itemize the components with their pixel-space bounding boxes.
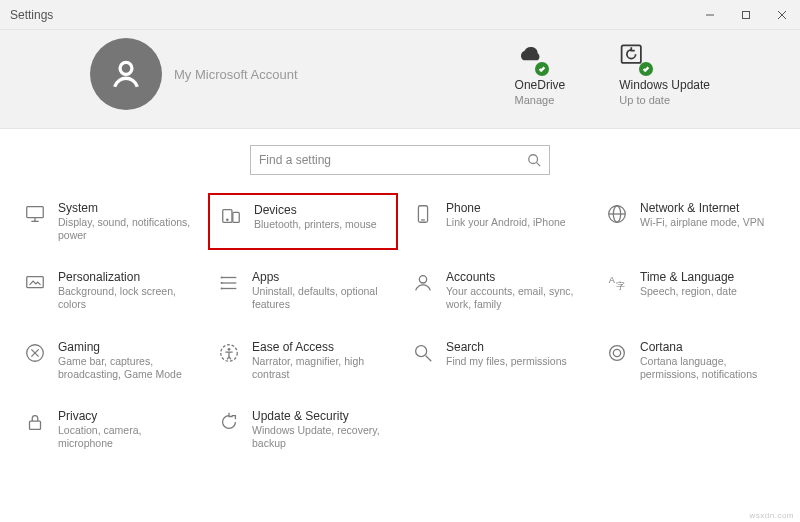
network-icon bbox=[604, 201, 630, 227]
tile-update-security[interactable]: Update & SecurityWindows Update, recover… bbox=[208, 401, 398, 458]
system-icon bbox=[22, 201, 48, 227]
tile-desc: Windows Update, recovery, backup bbox=[252, 424, 390, 450]
ease-icon bbox=[216, 340, 242, 366]
svg-point-26 bbox=[419, 276, 426, 283]
tile-title: Phone bbox=[446, 201, 566, 215]
window-title: Settings bbox=[10, 8, 692, 22]
tile-apps[interactable]: AppsUninstall, defaults, optional featur… bbox=[208, 262, 398, 319]
svg-point-31 bbox=[228, 347, 231, 350]
tile-desc: Link your Android, iPhone bbox=[446, 216, 566, 229]
tile-title: Privacy bbox=[58, 409, 196, 423]
tile-title: Ease of Access bbox=[252, 340, 390, 354]
svg-text:字: 字 bbox=[616, 282, 625, 292]
tile-cortana[interactable]: CortanaCortana language, permissions, no… bbox=[596, 332, 786, 389]
tile-title: Gaming bbox=[58, 340, 196, 354]
tile-desc: Cortana language, permissions, notificat… bbox=[640, 355, 778, 381]
tile-title: Personalization bbox=[58, 270, 196, 284]
accounts-icon bbox=[410, 270, 436, 296]
tile-desc: Uninstall, defaults, optional features bbox=[252, 285, 390, 311]
check-badge-icon bbox=[535, 62, 549, 76]
svg-point-32 bbox=[416, 345, 427, 356]
svg-line-33 bbox=[426, 355, 432, 361]
tile-accounts[interactable]: AccountsYour accounts, email, sync, work… bbox=[402, 262, 592, 319]
tile-title: Apps bbox=[252, 270, 390, 284]
tile-phone[interactable]: PhoneLink your Android, iPhone bbox=[402, 193, 592, 250]
account-name[interactable]: My Microsoft Account bbox=[174, 67, 298, 82]
svg-rect-36 bbox=[30, 421, 41, 429]
tile-title: Update & Security bbox=[252, 409, 390, 423]
maximize-button[interactable] bbox=[728, 0, 764, 30]
svg-point-6 bbox=[529, 155, 538, 164]
svg-point-13 bbox=[227, 219, 228, 220]
tile-desc: Narrator, magnifier, high contrast bbox=[252, 355, 390, 381]
svg-rect-8 bbox=[27, 207, 44, 218]
search-icon bbox=[527, 153, 541, 167]
tile-title: Search bbox=[446, 340, 567, 354]
svg-point-4 bbox=[120, 62, 132, 74]
search-row: Find a setting bbox=[0, 129, 800, 185]
status-onedrive[interactable]: OneDrive Manage bbox=[515, 42, 566, 106]
tile-title: Network & Internet bbox=[640, 201, 764, 215]
tile-title: Devices bbox=[254, 203, 377, 217]
svg-point-25 bbox=[221, 288, 222, 289]
tile-gaming[interactable]: GamingGame bar, captures, broadcasting, … bbox=[14, 332, 204, 389]
search-input[interactable]: Find a setting bbox=[250, 145, 550, 175]
update-icon bbox=[619, 42, 647, 72]
tile-desc: Wi-Fi, airplane mode, VPN bbox=[640, 216, 764, 229]
check-badge-icon bbox=[639, 62, 653, 76]
status-windows-update[interactable]: Windows Update Up to date bbox=[619, 42, 710, 106]
status-title: Windows Update bbox=[619, 78, 710, 92]
svg-rect-1 bbox=[743, 11, 750, 18]
status-title: OneDrive bbox=[515, 78, 566, 92]
svg-point-23 bbox=[221, 277, 222, 278]
update-security-icon bbox=[216, 409, 242, 435]
tile-desc: Bluetooth, printers, mouse bbox=[254, 218, 377, 231]
tile-desc: Location, camera, microphone bbox=[58, 424, 196, 450]
svg-line-7 bbox=[537, 163, 541, 167]
watermark: wsxdn.com bbox=[749, 511, 794, 520]
tile-privacy[interactable]: PrivacyLocation, camera, microphone bbox=[14, 401, 204, 458]
svg-point-35 bbox=[613, 349, 620, 356]
phone-icon bbox=[410, 201, 436, 227]
tile-title: System bbox=[58, 201, 196, 215]
tile-personalization[interactable]: PersonalizationBackground, lock screen, … bbox=[14, 262, 204, 319]
search-placeholder: Find a setting bbox=[259, 153, 527, 167]
tile-system[interactable]: SystemDisplay, sound, notifications, pow… bbox=[14, 193, 204, 250]
search-tile-icon bbox=[410, 340, 436, 366]
devices-icon bbox=[218, 203, 244, 229]
tile-devices[interactable]: DevicesBluetooth, printers, mouse bbox=[208, 193, 398, 250]
settings-grid: SystemDisplay, sound, notifications, pow… bbox=[0, 185, 800, 470]
title-bar: Settings bbox=[0, 0, 800, 30]
tile-desc: Speech, region, date bbox=[640, 285, 737, 298]
svg-point-24 bbox=[221, 283, 222, 284]
cortana-icon bbox=[604, 340, 630, 366]
tile-ease-of-access[interactable]: Ease of AccessNarrator, magnifier, high … bbox=[208, 332, 398, 389]
gaming-icon bbox=[22, 340, 48, 366]
minimize-button[interactable] bbox=[692, 0, 728, 30]
status-sub: Manage bbox=[515, 94, 555, 106]
tile-desc: Game bar, captures, broadcasting, Game M… bbox=[58, 355, 196, 381]
svg-point-34 bbox=[610, 345, 625, 360]
tile-title: Time & Language bbox=[640, 270, 737, 284]
tile-title: Cortana bbox=[640, 340, 778, 354]
tile-title: Accounts bbox=[446, 270, 584, 284]
privacy-icon bbox=[22, 409, 48, 435]
tile-desc: Display, sound, notifications, power bbox=[58, 216, 196, 242]
svg-rect-12 bbox=[233, 212, 239, 222]
status-sub: Up to date bbox=[619, 94, 670, 106]
tile-desc: Your accounts, email, sync, work, family bbox=[446, 285, 584, 311]
tile-search[interactable]: SearchFind my files, permissions bbox=[402, 332, 592, 389]
user-icon bbox=[109, 57, 143, 91]
time-language-icon: A字 bbox=[604, 270, 630, 296]
close-button[interactable] bbox=[764, 0, 800, 30]
svg-rect-19 bbox=[27, 277, 44, 288]
svg-text:A: A bbox=[609, 275, 616, 285]
account-hero: My Microsoft Account OneDrive Manage Win… bbox=[0, 30, 800, 129]
tile-network[interactable]: Network & InternetWi-Fi, airplane mode, … bbox=[596, 193, 786, 250]
avatar[interactable] bbox=[90, 38, 162, 110]
onedrive-icon bbox=[515, 42, 543, 72]
apps-icon bbox=[216, 270, 242, 296]
tile-desc: Background, lock screen, colors bbox=[58, 285, 196, 311]
tile-desc: Find my files, permissions bbox=[446, 355, 567, 368]
tile-time-language[interactable]: A字 Time & LanguageSpeech, region, date bbox=[596, 262, 786, 319]
